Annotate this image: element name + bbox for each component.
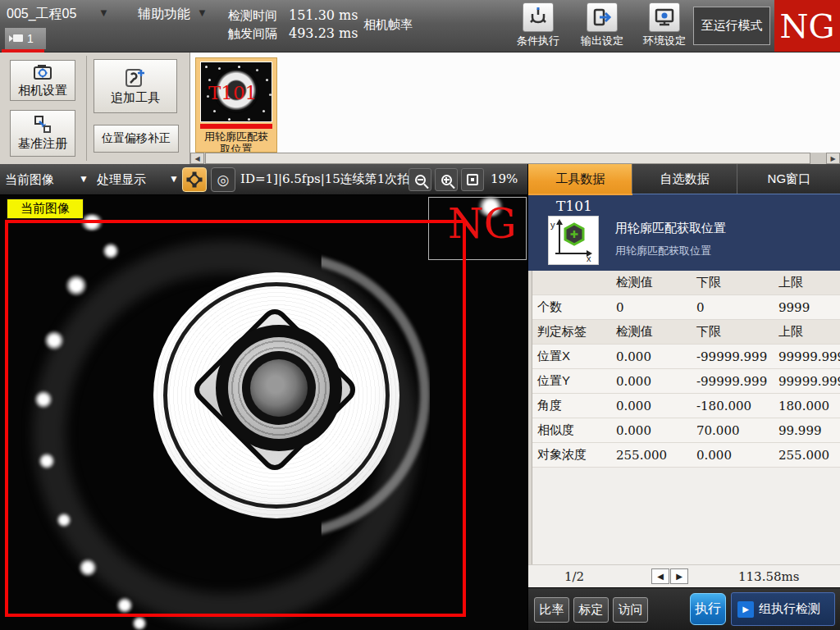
table-row: 个数 0 0 9999 xyxy=(532,295,840,320)
right-panel: 工具数据 自选数据 NG窗口 T101 y x 用轮廓匹配获取位置 用轮 xyxy=(527,164,840,630)
wrench-plus-icon xyxy=(125,67,146,89)
tab-custom-data[interactable]: 自选数据 xyxy=(632,164,737,194)
fit-view-icon xyxy=(467,174,478,185)
search-region-overlay[interactable] xyxy=(5,220,466,617)
divider xyxy=(86,56,87,161)
header-bar: 005_工程05 ▼ 辅助功能 ▼ 1 检测时间 151.30 ms 触发间隔 … xyxy=(0,0,840,52)
thumb-caption: 用轮廓匹配获 取位置 xyxy=(196,130,276,153)
live-view-icon: ◎ xyxy=(217,171,230,189)
chevron-down-icon[interactable]: ▼ xyxy=(79,173,89,185)
chevron-down-icon[interactable]: ▼ xyxy=(169,173,179,185)
app-window: 005_工程05 ▼ 辅助功能 ▼ 1 检测时间 151.30 ms 触发间隔 … xyxy=(0,0,840,630)
aux-function-menu[interactable]: 辅助功能 xyxy=(138,6,190,23)
trigger-interval-label: 触发间隔 xyxy=(228,26,277,42)
table-row-similarity: 相似度 0.000 70.000 99.999 xyxy=(532,418,840,443)
tool-description: 用轮廓匹配获取位置 xyxy=(615,244,711,258)
table-row: 位置X 0.000 -99999.999 99999.999 xyxy=(532,345,840,369)
global-status-badge: NG xyxy=(774,0,840,52)
viewer-toolbar: 当前图像 ▼ 处理显示 ▼ ◎ ID=1]|6.5fps|15连续第1次拍照 1… xyxy=(0,164,527,195)
condition-execute-icon xyxy=(523,2,554,32)
project-selector[interactable]: 005_工程05 xyxy=(7,6,76,23)
tool-id: T101 xyxy=(556,198,592,214)
camera-icon xyxy=(9,34,24,43)
chevron-down-icon[interactable]: ▼ xyxy=(197,7,208,19)
result-table: 检测值 下限 上限 个数 0 0 9999 判定标签 检测值 下限 上限 位置X… xyxy=(532,271,840,468)
zoom-in-button[interactable] xyxy=(435,168,458,191)
output-settings-button[interactable]: 输出设定 xyxy=(573,2,632,50)
position-offset-button[interactable]: 位置偏移补正 xyxy=(94,125,179,153)
table-row: 角度 0.000 -180.000 180.000 xyxy=(532,394,840,418)
camera-gear-icon xyxy=(33,63,52,81)
monitor-gear-icon xyxy=(649,2,680,32)
environment-settings-button[interactable]: 环境设定 xyxy=(635,2,694,50)
thumb-tool-id: T101 xyxy=(208,82,257,103)
scroll-left-button[interactable]: ◀ xyxy=(190,153,204,164)
tab-tool-data[interactable]: 工具数据 xyxy=(528,164,632,194)
zoom-in-icon xyxy=(441,175,452,185)
play-icon: ▶ xyxy=(737,601,754,618)
zoom-out-icon xyxy=(415,175,426,185)
image-source-dropdown[interactable]: 当前图像 xyxy=(5,172,54,188)
camera-setup-button[interactable]: 相机设置 xyxy=(10,60,75,101)
scrollbar-thumb[interactable] xyxy=(205,153,810,164)
execute-button[interactable]: 执行 xyxy=(690,593,726,625)
table-pager: 1/2 ◀ ▶ 113.58ms xyxy=(528,564,840,587)
tool-name: 用轮廓匹配获取位置 xyxy=(615,221,726,236)
region-icon xyxy=(186,171,203,188)
svg-text:x: x xyxy=(587,253,591,262)
image-viewport[interactable]: NG 当前图像 xyxy=(0,195,527,630)
camera-tab-label: 1 xyxy=(27,32,34,45)
display-mode-dropdown[interactable]: 处理显示 xyxy=(97,172,146,188)
capture-info-text: ID=1]|6.5fps|15连续第1次拍照 xyxy=(240,171,422,187)
page-next-button[interactable]: ▶ xyxy=(670,568,688,584)
tool-thumbnail-strip: T101 用轮廓匹配获 取位置 ◀ ▶ xyxy=(190,52,840,164)
chevron-down-icon[interactable]: ▼ xyxy=(98,7,109,19)
region-display-toggle[interactable] xyxy=(182,167,207,192)
group-execute-button[interactable]: ▶ 组执行检测 xyxy=(731,592,835,626)
thumbnail-scrollbar[interactable]: ◀ ▶ xyxy=(190,153,840,164)
current-image-label: 当前图像 xyxy=(7,199,84,219)
left-panel: 相机设置 基准注册 追加工具 位置偏移补正 xyxy=(0,52,190,164)
ratio-button[interactable]: 比率 xyxy=(534,597,569,623)
tool-thumbnail-T101[interactable]: T101 用轮廓匹配获 取位置 xyxy=(195,57,277,153)
reference-register-button[interactable]: 基准注册 xyxy=(10,110,75,157)
data-tabs: 工具数据 自选数据 NG窗口 xyxy=(528,164,840,194)
camera-fps-label: 相机帧率 xyxy=(363,17,413,33)
processing-time: 113.58ms xyxy=(738,569,799,584)
table-header-row: 检测值 下限 上限 xyxy=(532,271,840,295)
live-view-toggle[interactable]: ◎ xyxy=(211,167,235,192)
failing-value: 0.000 xyxy=(611,423,692,438)
access-button[interactable]: 访问 xyxy=(613,597,648,623)
page-indicator: 1/2 xyxy=(564,569,584,584)
table-subheader-row: 判定标签 检测值 下限 上限 xyxy=(532,320,840,345)
add-tool-button[interactable]: 追加工具 xyxy=(94,59,177,113)
zoom-out-button[interactable] xyxy=(409,168,431,191)
tool-header: T101 y x 用轮廓匹配获取位置 用轮廓匹配获取位置 xyxy=(528,194,840,271)
zoom-percent: 19% xyxy=(491,171,518,186)
thumb-reflection-dots xyxy=(205,66,208,68)
tab-ng-window[interactable]: NG窗口 xyxy=(737,164,840,194)
scroll-right-button[interactable]: ▶ xyxy=(826,153,840,164)
table-row: 对象浓度 255.000 0.000 255.000 xyxy=(532,443,840,468)
fit-view-button[interactable] xyxy=(461,168,484,191)
camera-tab-1[interactable]: 1 xyxy=(5,28,46,49)
active-tab-underline xyxy=(528,194,632,195)
detect-time-value: 151.30 ms xyxy=(289,7,358,23)
svg-text:y: y xyxy=(550,220,555,230)
trigger-interval-value: 493.23 ms xyxy=(289,25,358,41)
tool-type-icon: y x xyxy=(548,216,599,265)
export-icon xyxy=(587,2,618,32)
table-row: 位置Y 0.000 -99999.999 99999.999 xyxy=(532,369,840,394)
thumb-status-bar xyxy=(200,124,272,129)
tool-thumbnail-image: T101 xyxy=(200,62,272,122)
register-arrow-icon xyxy=(33,115,52,135)
condition-execute-button[interactable]: 条件执行 xyxy=(509,2,568,50)
panel-footer: 比率 标定 访问 执行 ▶ 组执行检测 xyxy=(528,587,840,630)
calibration-button[interactable]: 标定 xyxy=(573,597,609,623)
run-mode-button[interactable]: 至运行模式 xyxy=(693,7,770,45)
reflection-dot xyxy=(132,616,147,630)
detect-time-label: 检测时间 xyxy=(228,8,277,24)
page-prev-button[interactable]: ◀ xyxy=(651,568,669,584)
